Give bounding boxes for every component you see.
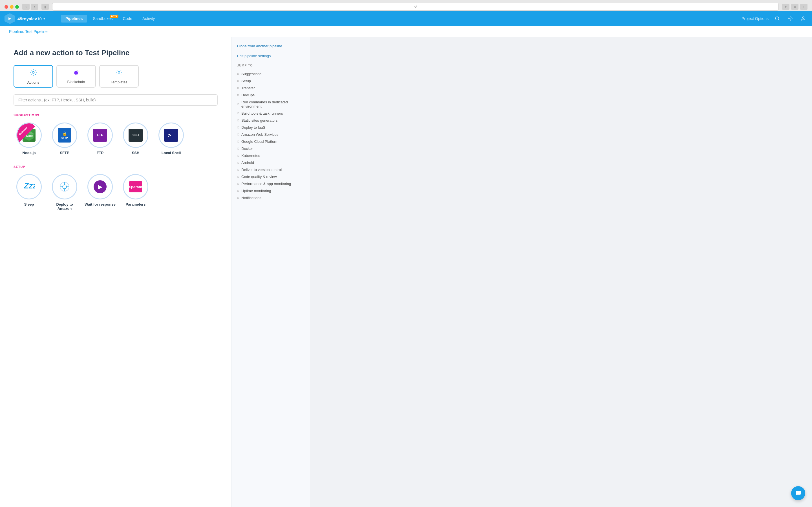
sidebar-nav: Suggestions Setup Transfer DevOps Run co…	[237, 70, 305, 202]
project-name[interactable]: 45royalev10 ▼	[17, 16, 46, 21]
sidebar-label-transfer: Transfer	[241, 86, 255, 90]
sidebar-label-gcp: Google Cloud Platform	[241, 139, 278, 144]
app-header: ► 45royalev10 ▼ Pipelines Sandboxes BETA…	[0, 11, 812, 26]
sidebar-item-devops[interactable]: DevOps	[237, 92, 305, 99]
bullet-android	[237, 162, 239, 164]
bullet-run-commands	[237, 103, 239, 105]
sidebar-item-version-control[interactable]: Deliver to version control	[237, 166, 305, 173]
waitfor-icon-wrap: ▶	[87, 174, 113, 200]
breadcrumb-text[interactable]: Pipeline: Test Pipeline	[9, 29, 48, 34]
card-waitfor[interactable]: ▶ Wait for response	[85, 174, 116, 211]
filter-input-wrap[interactable]	[13, 94, 218, 106]
sidebar-item-android[interactable]: Android	[237, 159, 305, 166]
filter-input[interactable]	[18, 98, 213, 102]
bullet-version-control	[237, 169, 239, 171]
tab-templates[interactable]: Templates	[99, 65, 139, 88]
suggestions-cards-grid: Node Node.js 🔒 SFTP SFTP	[13, 122, 218, 155]
nodejs-card-label: Node.js	[22, 151, 36, 155]
edit-pipeline-link[interactable]: Edit pipeline settings	[237, 54, 305, 58]
sidebar-item-build-tools[interactable]: Build tools & task runners	[237, 110, 305, 117]
sidebar-item-performance[interactable]: Performance & app monitoring	[237, 180, 305, 187]
tab-actions[interactable]: Actions	[13, 65, 53, 88]
suggestions-section: SUGGESTIONS Node Node.js	[13, 114, 218, 155]
sidebar-item-gcp[interactable]: Google Cloud Platform	[237, 138, 305, 145]
sidebar-item-suggestions[interactable]: Suggestions	[237, 70, 305, 77]
chat-bubble[interactable]	[791, 486, 805, 500]
address-bar[interactable]: ↺	[52, 3, 779, 11]
page-title: Add a new action to Test Pipeline	[13, 48, 218, 57]
card-sleep[interactable]: Zzz Sleep	[13, 174, 45, 211]
sidebar-item-setup[interactable]: Setup	[237, 77, 305, 84]
add-tab-button[interactable]: +	[800, 4, 808, 10]
card-local-shell[interactable]: >_ Local Shell	[156, 122, 187, 155]
back-button[interactable]: ‹	[22, 4, 30, 10]
bullet-kubernetes	[237, 155, 239, 157]
card-sftp[interactable]: 🔒 SFTP SFTP	[49, 122, 80, 155]
bullet-docker	[237, 148, 239, 150]
svg-point-11	[63, 185, 66, 189]
logo-icon: ►	[4, 13, 15, 24]
sidebar-item-deploy-iaas[interactable]: Deploy to IaaS	[237, 124, 305, 131]
user-icon[interactable]	[799, 14, 808, 23]
card-ssh[interactable]: SSH SSH	[120, 122, 151, 155]
sidebar-item-kubernetes[interactable]: Kubernetes	[237, 152, 305, 159]
sidebar-label-code-quality: Code quality & review	[241, 175, 277, 179]
main-layout: Add a new action to Test Pipeline Action…	[0, 37, 812, 507]
maximize-dot[interactable]	[15, 5, 19, 9]
sidebar-label-android: Android	[241, 161, 254, 165]
breadcrumb: Pipeline: Test Pipeline	[0, 26, 812, 37]
setup-section-title: SETUP	[13, 165, 218, 168]
sleep-icon-wrap: Zzz	[16, 174, 42, 200]
tab-activity[interactable]: Activity	[138, 15, 159, 22]
card-nodejs[interactable]: Node Node.js	[13, 122, 45, 155]
logo-area: ► 45royalev10 ▼	[4, 13, 61, 24]
deploy-card-label: Deploy to Amazon	[49, 202, 80, 211]
sidebar-item-code-quality[interactable]: Code quality & review	[237, 173, 305, 180]
card-ftp[interactable]: FTP FTP	[85, 122, 116, 155]
sleep-card-label: Sleep	[24, 202, 34, 207]
settings-icon[interactable]	[786, 14, 795, 23]
sftp-icon-wrap: 🔒 SFTP	[52, 122, 77, 148]
sidebar-item-static-sites[interactable]: Static sites generators	[237, 117, 305, 124]
templates-tab-icon	[115, 69, 123, 78]
share-button[interactable]: ⬆	[782, 4, 790, 10]
clone-pipeline-link[interactable]: Clone from another pipeline	[237, 44, 305, 48]
setup-cards-grid: Zzz Sleep	[13, 174, 218, 211]
tab-code[interactable]: Code	[118, 15, 137, 22]
browser-nav-buttons: ‹ ›	[22, 4, 38, 10]
sidebar-label-devops: DevOps	[241, 93, 255, 97]
sidebar-label-build-tools: Build tools & task runners	[241, 111, 283, 115]
svg-point-3	[802, 17, 804, 18]
beta-badge: BETA	[110, 15, 118, 18]
tab-pipelines[interactable]: Pipelines	[61, 15, 87, 22]
forward-button[interactable]: ›	[31, 4, 38, 10]
minimize-dot[interactable]	[10, 5, 13, 9]
bullet-suggestions	[237, 73, 239, 75]
tab-sandboxes[interactable]: Sandboxes BETA	[88, 15, 117, 22]
sidebar-label-deploy-iaas: Deploy to IaaS	[241, 125, 265, 129]
bullet-notifications	[237, 197, 239, 199]
search-icon[interactable]	[773, 14, 781, 23]
sidebar-item-docker[interactable]: Docker	[237, 145, 305, 152]
project-options-link[interactable]: Project Options	[742, 16, 769, 21]
fullscreen-button[interactable]: ▭	[791, 4, 799, 10]
deploy-icon	[59, 181, 70, 192]
sidebar-label-notifications: Notifications	[241, 196, 261, 200]
ssh-card-label: SSH	[132, 151, 140, 155]
browser-chrome: ‹ › ▯ ↺ ⬆ ▭ +	[0, 0, 812, 11]
sidebar-label-aws: Amazon Web Services	[241, 132, 278, 136]
sidebar-toggle-button[interactable]: ▯	[42, 4, 49, 10]
sidebar-item-run-commands[interactable]: Run commands in dedicated environment	[237, 99, 305, 110]
sidebar-item-uptime[interactable]: Uptime monitoring	[237, 187, 305, 194]
card-parameters[interactable]: $param Parameters	[120, 174, 151, 211]
close-dot[interactable]	[4, 5, 8, 9]
sidebar-item-aws[interactable]: Amazon Web Services	[237, 131, 305, 138]
sidebar-item-notifications[interactable]: Notifications	[237, 194, 305, 202]
project-dropdown-arrow: ▼	[43, 17, 46, 20]
card-deploy-amazon[interactable]: Deploy to Amazon	[49, 174, 80, 211]
sidebar-item-transfer[interactable]: Transfer	[237, 84, 305, 92]
blockchain-tab-label: Blockchain	[67, 80, 85, 84]
tab-blockchain[interactable]: ✹ Blockchain	[56, 65, 96, 88]
bullet-static-sites	[237, 119, 239, 121]
ftp-icon-wrap: FTP	[87, 122, 113, 148]
